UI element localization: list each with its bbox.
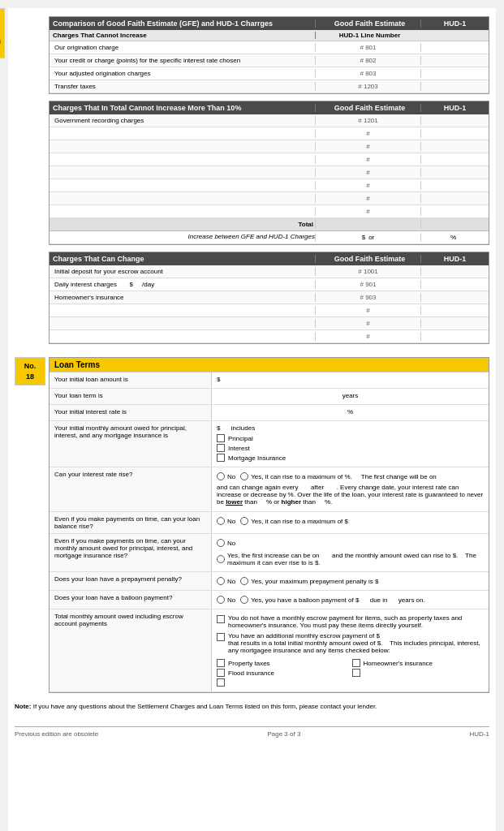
radio-no-monthly[interactable]: No [217, 539, 235, 547]
checkbox-flood-insurance: Flood insurance [217, 669, 349, 677]
table-row: # [50, 304, 489, 317]
side-label-18: No. 18 [15, 357, 45, 385]
footer-left: Previous edition are obsolete [15, 730, 98, 738]
footer-bar: Previous edition are obsolete Page 3 of … [15, 726, 489, 738]
section1-header: Comparison of Good Faith Estimate (GFE) … [50, 17, 489, 30]
table-row: Homeowner's insurance # 903 [50, 291, 489, 304]
table-row: Transfer taxes # 1203 [50, 80, 489, 93]
checkbox-icon[interactable] [217, 434, 225, 442]
section-cannot-increase-10pct: Charges That In Total Cannot Increase Mo… [49, 101, 489, 245]
radio-icon [217, 472, 225, 480]
lt-row-rate-rise: Can your interest rate rise? No Yes, it … [50, 467, 489, 512]
radio-icon [217, 555, 225, 563]
checkbox-icon[interactable] [217, 454, 225, 462]
lt-row-balloon: Does your loan have a balloon payment? N… [50, 591, 489, 609]
lt-row-balance-rise: Even if you make payments on time, can y… [50, 512, 489, 534]
checkbox-icon[interactable] [217, 444, 225, 452]
radio-no-balloon[interactable]: No [217, 596, 235, 604]
lt-row-loan-term: Your loan term is years [50, 389, 489, 405]
footer-note: Note: If you have any questions about th… [15, 700, 489, 713]
loan-terms-title: Loan Terms [50, 358, 489, 372]
radio-yes-rate[interactable]: Yes, it can rise to a maximum of %. The … [240, 472, 437, 480]
checkbox-extra1 [217, 678, 349, 687]
lt-row-interest-rate: Your initial interest rate is % [50, 405, 489, 421]
section3-col2: HUD-1 [420, 255, 485, 263]
table-row: Government recording charges # 1201 [50, 114, 489, 127]
checkbox-icon[interactable] [217, 678, 225, 687]
section2-title: Charges That In Total Cannot Increase Mo… [53, 104, 315, 112]
table-row: # [50, 127, 489, 140]
table-row: Initial deposit for your escrow account … [50, 265, 489, 278]
checkbox-icon[interactable] [352, 669, 360, 677]
checkbox-interest: Interest [217, 444, 484, 452]
lt-row-escrow: Total monthly amount owed including escr… [50, 609, 489, 692]
radio-no-rate[interactable]: No [217, 472, 235, 480]
table-row: # [50, 192, 489, 205]
section3-title: Charges That Can Change [53, 255, 315, 263]
checkbox-homeowners-insurance: Homeowner's insurance [352, 659, 485, 667]
table-row: # [50, 330, 489, 343]
side-label-17: No. 17: Your final closing costs [0, 8, 5, 58]
radio-yes-balance[interactable]: Yes, it can rise to a maximum of $ [240, 517, 348, 525]
footer-right: HUD-1 [470, 730, 489, 738]
loan-terms-section: Loan Terms Your initial loan amount is $… [49, 357, 489, 693]
radio-icon [240, 596, 248, 604]
lt-row-loan-amount: Your initial loan amount is $ [50, 372, 489, 389]
table-row: # [50, 179, 489, 192]
footer-center: Page 3 of 3 [267, 730, 300, 738]
section1-subheader: Charges That Cannot Increase HUD-1 Line … [50, 30, 489, 41]
table-row: # [50, 153, 489, 166]
radio-icon [217, 539, 225, 547]
radio-icon [217, 596, 225, 604]
section1-col1: Good Faith Estimate [315, 19, 420, 28]
page: No. 17: Your final closing costs Compari… [8, 8, 496, 831]
checkbox-no-escrow[interactable] [217, 615, 225, 623]
radio-icon [217, 577, 225, 585]
table-row: Your adjusted origination charges # 803 [50, 67, 489, 80]
radio-icon [240, 517, 248, 525]
section-can-change: Charges That Can Change Good Faith Estim… [49, 252, 489, 344]
table-row: # [50, 205, 489, 218]
lt-row-monthly-rise: Even if you make payments on time, can y… [50, 534, 489, 572]
radio-no-balance[interactable]: No [217, 517, 235, 525]
checkbox-extra2 [352, 669, 485, 677]
radio-icon [240, 472, 248, 480]
section2-col2: HUD-1 [420, 104, 485, 112]
section2-header: Charges That In Total Cannot Increase Mo… [50, 101, 489, 114]
lt-row-monthly-amount: Your initial monthly amount owed for pri… [50, 421, 489, 467]
table-row: Your credit or charge (points) for the s… [50, 54, 489, 67]
radio-yes-prepay[interactable]: Yes, your maximum prepayment penalty is … [240, 577, 378, 585]
section-cannot-increase: Comparison of Good Faith Estimate (GFE) … [49, 16, 489, 94]
section1-title: Comparison of Good Faith Estimate (GFE) … [53, 19, 315, 28]
radio-yes-monthly[interactable]: Yes, the first increase can be on and th… [217, 552, 484, 566]
checkbox-icon[interactable] [217, 659, 225, 667]
radio-icon [217, 517, 225, 525]
table-row: # [50, 166, 489, 179]
table-row: Daily interest charges $ /day # 901 [50, 278, 489, 291]
table-row: Our origination charge # 801 [50, 41, 489, 54]
increase-row: Increase between GFE and HUD-1 Charges $… [50, 231, 489, 244]
checkbox-has-escrow[interactable] [217, 633, 225, 641]
radio-yes-balloon[interactable]: Yes, you have a balloon payment of $ due… [240, 596, 425, 604]
table-row: # [50, 140, 489, 153]
radio-no-prepay[interactable]: No [217, 577, 235, 585]
checkbox-mortgage-insurance: Mortgage Insurance [217, 454, 484, 462]
table-row: # [50, 317, 489, 330]
checkbox-principal: Principal [217, 434, 484, 442]
checkbox-property-taxes: Property taxes [217, 659, 349, 667]
total-row: Total [50, 218, 489, 231]
section2-col1: Good Faith Estimate [315, 104, 420, 112]
checkbox-icon[interactable] [217, 669, 225, 677]
section3-col1: Good Faith Estimate [315, 255, 420, 263]
lt-row-prepayment: Does your loan have a prepayment penalty… [50, 572, 489, 591]
section3-header: Charges That Can Change Good Faith Estim… [50, 252, 489, 265]
section1-col2: HUD-1 [420, 19, 485, 28]
checkbox-icon[interactable] [352, 659, 360, 667]
radio-icon [240, 577, 248, 585]
